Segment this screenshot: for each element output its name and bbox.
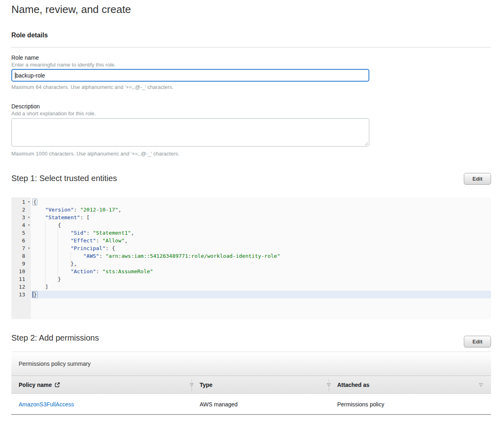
line-number: 11 (11, 275, 31, 283)
line-number: 9 (11, 260, 31, 268)
role-name-constraint: Maximum 64 characters. Use alphanumeric … (11, 84, 174, 90)
edit-permissions-button[interactable]: Edit (464, 336, 491, 348)
code-token: "Effect" (71, 237, 96, 244)
column-separator (192, 379, 192, 391)
code-token (32, 214, 45, 220)
code-token: : { (106, 245, 115, 251)
code-token: "Statement1" (93, 230, 131, 236)
code-token: : (96, 237, 103, 244)
line-number: 3▾ (11, 214, 31, 221)
permissions-table-row: AmazonS3FullAccess AWS managed Permissio… (11, 394, 491, 415)
text-caret (15, 72, 15, 79)
filter-dropdown-icon[interactable]: ▽ (479, 382, 482, 387)
role-details-heading: Role details (11, 32, 48, 39)
code-token: "Version" (45, 207, 73, 213)
code-token: : (96, 268, 103, 274)
line-number: 5 (11, 229, 31, 237)
page-title: Name, review, and create (11, 4, 131, 15)
code-token: : (74, 207, 80, 213)
line-number: 12 (11, 283, 31, 291)
editor-line[interactable]: 2 "Version": "2012-10-17", (11, 206, 491, 214)
code-token: , (125, 237, 128, 244)
matched-bracket: { (32, 199, 37, 205)
code-token: "Principal" (71, 245, 106, 251)
edit-trusted-entities-button[interactable]: Edit (464, 173, 491, 185)
code-token: }, (32, 261, 77, 267)
step1-heading: Step 1: Select trusted entities (11, 174, 117, 183)
policy-name-link[interactable]: AmazonS3FullAccess (19, 401, 74, 408)
fold-arrow-icon[interactable]: ▾ (28, 198, 30, 206)
name-review-create-page: Name, review, and create Role details Ro… (0, 0, 504, 421)
code-token: ] (32, 284, 48, 290)
line-number: 4▾ (11, 221, 31, 229)
line-number: 7▾ (11, 244, 31, 252)
trust-policy-editor[interactable]: 1▾{2 "Version": "2012-10-17",3▾ "Stateme… (11, 197, 491, 319)
code-token: "Action" (71, 268, 96, 274)
code-token (32, 253, 83, 259)
editor-line[interactable]: 7▾ "Principal": { (11, 244, 491, 252)
code-token: "Sid" (71, 230, 86, 236)
line-number: 10 (11, 268, 31, 275)
code-token: { (32, 222, 61, 228)
permissions-summary-panel-header: Permissions policy summary (11, 352, 491, 376)
description-textarea[interactable] (11, 118, 369, 147)
code-token: "Allow" (102, 237, 125, 244)
code-token: } (32, 276, 61, 282)
code-token: : (99, 253, 106, 259)
policy-editor-lines: 1▾{2 "Version": "2012-10-17",3▾ "Stateme… (11, 198, 491, 298)
editor-line[interactable]: 6 "Effect": "Allow", (11, 237, 491, 244)
role-name-label: Role name (11, 54, 39, 61)
permissions-table-header: Policy name ▽ Type ▽ Attached as ▽ (11, 376, 491, 394)
column-separator (329, 379, 329, 391)
role-name-input[interactable] (11, 69, 369, 82)
fold-arrow-icon[interactable]: ▾ (28, 221, 30, 229)
code-token: "AWS" (83, 253, 99, 259)
editor-line[interactable]: 1▾{ (11, 198, 491, 206)
role-name-help: Enter a meaningful name to identify this… (11, 62, 116, 68)
permissions-summary-title: Permissions policy summary (19, 361, 90, 367)
column-header-policy-name: Policy name (19, 382, 60, 389)
line-number: 2 (11, 206, 31, 214)
line-number: 1▾ (11, 198, 31, 206)
external-link-icon (54, 382, 60, 389)
code-token: "arn:aws:iam::541263489771:role/workload… (106, 253, 280, 259)
column-header-type: Type (200, 382, 213, 388)
description-constraint: Maximum 1000 characters. Use alphanumeri… (11, 151, 179, 157)
editor-line[interactable]: 11 } (11, 275, 491, 283)
line-number: 8 (11, 252, 31, 260)
step2-heading: Step 2: Add permissions (11, 333, 99, 343)
code-token: : (86, 230, 93, 236)
role-details-divider (11, 47, 491, 47)
attached-as-cell: Permissions policy (337, 401, 384, 408)
editor-line[interactable]: 4▾ { (11, 221, 491, 229)
code-token: , (131, 230, 134, 236)
column-header-attached-as: Attached as (337, 382, 369, 388)
line-number: 6 (11, 237, 31, 244)
fold-arrow-icon[interactable]: ▾ (28, 214, 30, 221)
code-token (32, 207, 45, 213)
description-help: Add a short explanation for this role. (11, 110, 96, 117)
editor-line[interactable]: 13} (11, 291, 491, 298)
editor-line[interactable]: 9 }, (11, 260, 491, 268)
code-token: : [ (80, 214, 89, 220)
code-token (32, 230, 71, 236)
code-token (32, 237, 71, 244)
editor-line[interactable]: 12 ] (11, 283, 491, 291)
code-token: , (118, 207, 121, 213)
code-token: "2012-10-17" (80, 207, 118, 213)
code-token (32, 245, 71, 251)
matched-bracket: } (32, 291, 38, 298)
editor-line[interactable]: 10 "Action": "sts:AssumeRole" (11, 268, 491, 275)
code-token (32, 268, 71, 274)
editor-line[interactable]: 3▾ "Statement": [ (11, 214, 491, 221)
code-token: "sts:AssumeRole" (102, 268, 153, 274)
code-token: "Statement" (45, 214, 80, 220)
policy-type-cell: AWS managed (200, 401, 238, 408)
editor-line[interactable]: 8 "AWS": "arn:aws:iam::541263489771:role… (11, 252, 491, 260)
description-label: Description (11, 103, 40, 110)
line-number: 13 (11, 291, 31, 298)
fold-arrow-icon[interactable]: ▾ (28, 244, 30, 252)
editor-line[interactable]: 5 "Sid": "Statement1", (11, 229, 491, 237)
